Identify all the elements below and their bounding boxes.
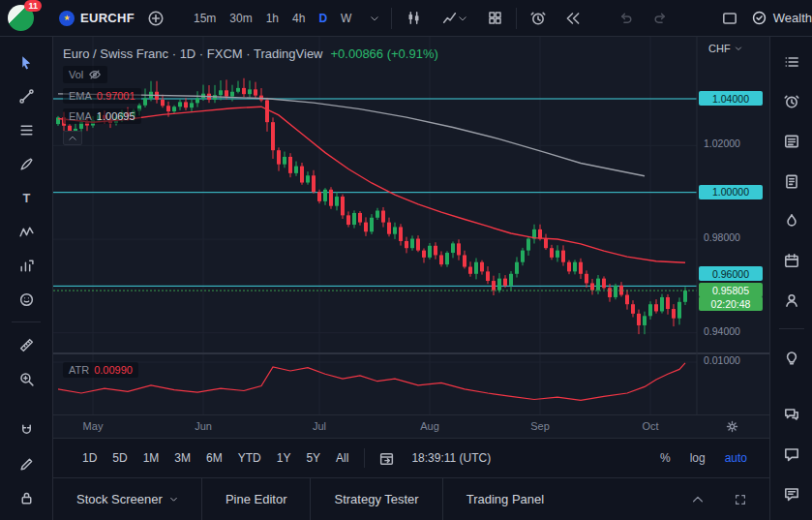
emoji-icon [18,291,35,308]
timeframe-4h[interactable]: 4h [286,8,312,29]
emoji-tool-button[interactable] [13,288,40,311]
range-5y[interactable]: 5Y [298,447,328,469]
redo-button[interactable] [647,6,674,31]
fullscreen-button[interactable] [716,6,743,31]
tab-strategy-tester[interactable]: Strategy Tester [311,478,441,520]
pattern-tool-button[interactable] [13,220,40,243]
level-price-badge: 1.04000 [699,91,763,106]
alert-button[interactable] [525,6,552,31]
ideas-stream-button[interactable] [778,346,805,369]
legend-collapse-button[interactable] [63,131,82,145]
news-button[interactable] [778,130,805,153]
range-ytd[interactable]: YTD [230,447,269,469]
alarm-clock-icon [783,93,800,110]
chart-title[interactable]: Euro / Swiss Franc · 1D · FXCM · Trading… [63,46,323,61]
range-1y[interactable]: 1Y [269,447,299,469]
tab-stock-screener[interactable]: Stock Screener [53,478,201,520]
timeframe-1h[interactable]: 1h [259,8,286,29]
panel-collapse-button[interactable] [684,487,711,512]
ema-slow-legend[interactable]: EMA 1.00695 [63,108,141,124]
axis-settings-button[interactable] [725,419,739,434]
time-axis-label-jun: Jun [195,420,212,432]
go-to-date-button[interactable] [373,445,400,471]
calendar-arrow-icon [378,450,395,467]
calendar-button[interactable] [778,249,805,272]
zoom-tool-button[interactable] [13,367,40,390]
my-ideas-button[interactable] [778,289,805,312]
range-1d[interactable]: 1D [75,447,105,469]
wealth-label: Wealth [773,11,812,25]
chevron-up-icon [68,134,77,143]
compare-add-button[interactable] [142,6,169,31]
price-axis[interactable]: CHF 1.020000.980000.940001.040001.000000… [697,37,769,414]
percent-scale-button[interactable]: % [651,447,679,469]
panel-maximize-button[interactable] [727,487,754,512]
chats-button[interactable] [778,403,805,426]
atr-legend[interactable]: ATR 0.00990 [63,362,138,378]
text-tool-button[interactable]: T [13,186,40,209]
timeframe-15m[interactable]: 15m [187,8,223,29]
forecast-tool-button[interactable] [13,254,40,277]
eye-slash-icon[interactable] [88,68,102,81]
axis-currency-selector[interactable]: CHF [708,43,742,54]
measure-tool-button[interactable] [13,333,40,356]
tradingview-app: 11 ★ EURCHF 15m30m1h4hDW [0,0,812,520]
wealth-menu[interactable]: Wealth [751,10,812,26]
lock-icon [18,490,35,506]
layout-grid-button[interactable] [481,6,508,31]
log-scale-button[interactable]: log [681,447,714,469]
range-6m[interactable]: 6M [198,447,230,469]
symbol-name: EURCHF [80,11,135,25]
toolbar-divider [779,328,804,329]
timeframe-menu-button[interactable] [366,6,383,31]
range-3m[interactable]: 3M [166,447,198,469]
timeframe-group: 15m30m1h4hDW [187,8,358,29]
toolbar-divider [364,448,365,468]
level-price-badge: 0.96000 [699,266,763,281]
timeframe-d[interactable]: D [312,8,334,29]
toolbar-divider [12,321,41,322]
range-5d[interactable]: 5D [105,447,135,469]
clock-utc[interactable]: 18:39:11 (UTC) [411,451,491,465]
wealth-badge-icon [751,10,767,26]
bottom-range-bar: 1D5D1M3M6MYTD1Y5YAll 18:39:11 (UTC) % lo… [53,438,769,477]
tab-pine-editor[interactable]: Pine Editor [202,478,311,520]
user-avatar[interactable]: 11 [8,5,34,31]
chat-bubbles-icon [783,406,800,423]
time-axis[interactable]: MayJunJulAugSepOct [53,414,769,438]
cursor-tool-button[interactable] [13,50,40,74]
lock-drawings-button[interactable] [13,486,40,509]
level-price-badge: 1.00000 [699,185,763,199]
magnet-mode-button[interactable] [13,418,40,442]
bar-replay-button[interactable] [559,6,586,31]
watchlist-button[interactable] [778,50,805,74]
lightbulb-icon [783,349,800,366]
timeframe-30m[interactable]: 30m [223,8,258,29]
range-all[interactable]: All [328,447,356,469]
cursor-icon [18,54,35,71]
volume-legend[interactable]: Vol [63,66,107,83]
hotlists-button[interactable] [778,209,805,232]
indicators-button[interactable] [435,6,473,31]
range-1m[interactable]: 1M [135,447,167,469]
trend-line-tool-button[interactable] [13,84,40,107]
volume-label: Vol [69,69,83,80]
tab-trading-panel[interactable]: Trading Panel [443,478,567,520]
undo-button[interactable] [612,6,639,31]
symbol-search[interactable]: ★ EURCHF [59,11,135,26]
brush-icon [18,156,35,172]
brush-tool-button[interactable] [13,152,40,175]
timeframe-w[interactable]: W [334,8,358,29]
chart-style-button[interactable] [400,6,427,31]
data-window-button[interactable] [778,169,805,193]
alerts-panel-button[interactable] [778,90,805,113]
drawing-mode-button[interactable] [13,452,40,475]
toolbar-divider [516,8,517,29]
help-button[interactable] [778,482,805,505]
comments-button[interactable] [778,443,805,466]
ema-fast-legend[interactable]: EMA 0.97001 [63,88,141,104]
auto-scale-button[interactable]: auto [716,447,756,469]
fib-retracement-tool-button[interactable] [13,118,40,141]
calendar-icon [783,252,800,269]
range-button-group: 1D5D1M3M6MYTD1Y5YAll [75,447,356,469]
